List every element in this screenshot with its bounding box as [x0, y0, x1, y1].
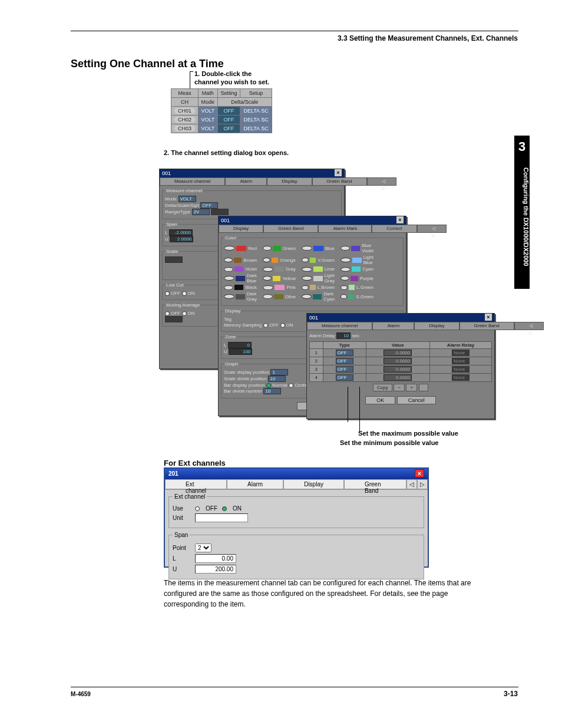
tab-nav-prev[interactable]: ◁	[406, 479, 417, 489]
bdp-normal-radio[interactable]	[266, 383, 271, 388]
scale-sel[interactable]	[165, 256, 183, 263]
tab-ext[interactable]: Ext channel	[165, 479, 227, 489]
titlebar[interactable]: 001 ×	[307, 314, 494, 322]
color-option[interactable]: Dark Blue	[224, 273, 257, 284]
dss-select[interactable]: OFF	[200, 202, 218, 209]
tab-display[interactable]: Display	[219, 225, 263, 233]
rt-select[interactable]: 2V	[192, 209, 210, 215]
tab-measure[interactable]: Measure channel	[307, 322, 372, 330]
type-cell[interactable]: OFF	[323, 349, 366, 357]
tab-nav-arrows[interactable]: ◁ ▷	[514, 322, 544, 330]
rt-select2[interactable]	[211, 209, 229, 215]
type-cell[interactable]: OFF	[323, 365, 366, 374]
color-option[interactable]: Purple	[340, 273, 373, 284]
tab-nav-arrows[interactable]: ◁ ▷	[417, 225, 447, 233]
off-cell[interactable]: OFF	[217, 107, 240, 116]
color-option[interactable]: Olive	[263, 291, 296, 302]
grid-row[interactable]: CH03 VOLT OFF DELTA SC	[171, 124, 272, 133]
point-select[interactable]: 2	[195, 543, 211, 552]
color-option[interactable]: S.Green	[340, 291, 373, 302]
color-option[interactable]: Gray	[263, 266, 296, 272]
ms-off-radio[interactable]	[263, 323, 268, 328]
span-l-value[interactable]: -2.0000	[169, 229, 193, 236]
color-option[interactable]: L.Brown	[302, 285, 335, 290]
ms-on-radio[interactable]	[280, 323, 285, 328]
color-option[interactable]: Red	[224, 243, 257, 253]
tab-nav-next[interactable]: ▷	[417, 479, 428, 489]
ch-pill[interactable]: CH03	[174, 126, 195, 131]
mode-cell[interactable]: VOLT	[199, 116, 218, 124]
off-cell[interactable]: OFF	[217, 124, 240, 133]
color-option[interactable]: Dark Gray	[224, 291, 257, 302]
ch-pill[interactable]: CH01	[174, 108, 195, 114]
use-off-radio[interactable]	[195, 506, 200, 511]
close-icon[interactable]: ×	[396, 216, 404, 223]
ds-cell[interactable]: DELTA SC	[240, 124, 272, 133]
tab-greenband[interactable]: Green Band	[459, 322, 514, 330]
tab-alarmmark[interactable]: Alarm Mark	[318, 225, 372, 233]
ds-cell[interactable]: DELTA SC	[240, 107, 272, 116]
mavg-on-radio[interactable]	[182, 311, 187, 316]
close-icon[interactable]: ×	[485, 314, 492, 321]
tab-display[interactable]: Display	[414, 322, 459, 330]
color-option[interactable]: Y.Green	[302, 255, 335, 265]
mode-select[interactable]: VOLT	[178, 196, 196, 202]
tab-greenband[interactable]: Green Band	[263, 225, 318, 233]
color-option[interactable]: Lime	[302, 266, 335, 272]
ds-cell[interactable]: DELTA SC	[240, 116, 272, 124]
tab-correct[interactable]: Correct	[372, 225, 416, 233]
minus-button[interactable]: −	[394, 384, 405, 391]
tab-display[interactable]: Display	[283, 479, 344, 489]
color-option[interactable]: Violet	[224, 266, 257, 272]
color-option[interactable]: Blue	[302, 243, 335, 253]
tab-greenband[interactable]: Green Band	[344, 479, 406, 489]
copy-button[interactable]: Copy	[373, 384, 392, 391]
use-on-radio[interactable]	[222, 506, 227, 511]
titlebar[interactable]: 201 ×	[165, 469, 428, 479]
cancel-button[interactable]: Cancel	[397, 396, 436, 404]
color-option[interactable]: Brown	[224, 255, 257, 265]
color-option[interactable]: Orange	[263, 255, 296, 265]
color-option[interactable]: Yellow	[263, 273, 296, 284]
zone-u-value[interactable]: 100	[229, 348, 252, 355]
titlebar[interactable]: 001 ×	[219, 216, 406, 225]
tab-alarm[interactable]: Alarm	[227, 479, 283, 489]
grid-row[interactable]: CH01 VOLT OFF DELTA SC	[171, 107, 272, 116]
close-icon[interactable]: ×	[415, 469, 424, 477]
lowcut-off-radio[interactable]	[165, 291, 170, 296]
unit-input[interactable]	[195, 513, 248, 522]
type-cell[interactable]: OFF	[323, 374, 366, 382]
mavg-off-radio[interactable]	[165, 311, 170, 316]
color-option[interactable]: Dark Cyan	[302, 291, 335, 302]
relay-cell[interactable]: None	[429, 357, 491, 365]
color-option[interactable]: Black	[224, 285, 257, 290]
bdn-select[interactable]: 10	[263, 388, 281, 394]
relay-cell[interactable]: None	[429, 365, 491, 374]
color-option[interactable]: Light Blue	[340, 255, 373, 265]
color-option[interactable]: Cyan	[340, 266, 373, 272]
mode-cell[interactable]: VOLT	[199, 124, 218, 133]
ok-button[interactable]: OK	[365, 396, 395, 404]
plus-button[interactable]: +	[406, 384, 417, 391]
paste-button[interactable]	[419, 384, 428, 391]
mode-cell[interactable]: VOLT	[199, 107, 218, 116]
tab-display[interactable]: Display	[267, 177, 312, 186]
ch-pill[interactable]: CH02	[174, 117, 195, 123]
zone-l-value[interactable]: 0	[228, 342, 252, 348]
tab-nav-arrows[interactable]: ◁ ▷	[367, 177, 396, 186]
color-option[interactable]: Green	[263, 243, 296, 253]
relay-cell[interactable]: None	[429, 374, 491, 382]
value-cell[interactable]: 0.0000	[366, 374, 429, 382]
tab-measure[interactable]: Measure channel	[160, 177, 225, 186]
span-u-value[interactable]: 2.0000	[170, 236, 193, 242]
value-cell[interactable]: 0.0000	[366, 365, 429, 374]
tab-alarm[interactable]: Alarm	[225, 177, 267, 186]
value-cell[interactable]: 0.0000	[366, 357, 429, 365]
ext-l-value[interactable]: 0.00	[195, 554, 236, 563]
tab-alarm[interactable]: Alarm	[372, 322, 414, 330]
off-cell[interactable]: OFF	[217, 116, 240, 124]
color-option[interactable]: Light Gray	[302, 273, 335, 284]
color-option[interactable]: L.Green	[340, 285, 373, 290]
value-cell[interactable]: 0.0000	[366, 349, 429, 357]
lowcut-on-radio[interactable]	[182, 291, 187, 296]
